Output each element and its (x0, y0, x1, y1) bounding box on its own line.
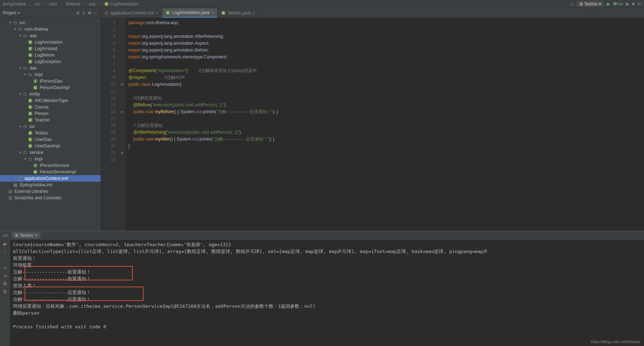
console-output[interactable]: Course{courseName='数学', courseHour=2, te… (10, 240, 644, 346)
tree-item[interactable]: CPersonDaoImpl (0, 84, 101, 91)
expand-all-icon[interactable]: ≑ (82, 10, 86, 15)
close-icon[interactable]: × (211, 11, 214, 15)
tree-item[interactable]: CAllCollectionType (0, 97, 101, 104)
tree-item[interactable]: ▼🗀com.itheima (0, 26, 101, 32)
tree-item[interactable]: ▼🗀aop (0, 32, 101, 39)
tree-item[interactable]: ▤Scratches and Consoles (0, 195, 101, 201)
tree-item[interactable]: ▼🗀service (0, 149, 101, 156)
tree-item[interactable]: ▼🗀entity (0, 91, 101, 97)
project-tree[interactable]: ▼🗀src▼🗀com.itheima▼🗀aopCLogAnnotationCLo… (0, 18, 101, 231)
editor-tab[interactable]: ⟨⟩applicationContext.xml× (101, 8, 162, 18)
tree-item[interactable]: ▼🗀dao (0, 65, 101, 71)
tree-item[interactable]: IIPersonDao (0, 78, 101, 84)
rerun-icon[interactable]: ▶ (2, 241, 8, 247)
project-panel: Project ▾ ⊕ ≑ ✱ — ▼🗀src▼🗀com.itheima▼🗀ao… (0, 8, 101, 231)
editor-tabs: ⟨⟩applicationContext.xml×CLogAnnotation.… (101, 8, 644, 18)
soft-wrap-icon[interactable]: ≡ (2, 265, 8, 271)
tree-item[interactable]: ▼🗀ioc (0, 123, 101, 130)
tree-item[interactable]: CLogArround (0, 45, 101, 52)
tree-item[interactable]: ▥External Libraries (0, 188, 101, 195)
bc-2[interactable]: com (49, 1, 57, 6)
tree-item[interactable]: CLogAnnotation (0, 39, 101, 45)
tree-item[interactable]: ⟨⟩applicationContext.xml (0, 175, 101, 182)
tree-item[interactable]: ▼🗀impl (0, 71, 101, 78)
run-label: un: (3, 233, 9, 238)
bc-4[interactable]: aop (88, 1, 96, 6)
tree-item[interactable]: CUserDao (0, 136, 101, 143)
stop-button[interactable]: ■ (632, 1, 635, 6)
tree-item[interactable]: ▦SpringAsIdea.iml (0, 182, 101, 188)
close-icon[interactable]: × (253, 11, 255, 15)
select-opened-icon[interactable]: ⊕ (76, 10, 80, 15)
code-editor[interactable]: package com.itheima.aop; import org.aspe… (126, 18, 644, 231)
bc-1[interactable]: src (35, 1, 40, 6)
highlight-box-2 (25, 287, 144, 301)
tree-item[interactable]: CPerson (0, 110, 101, 117)
run-tab[interactable]: ⊕ TestIoc × (12, 232, 40, 239)
print-icon[interactable]: 🖶 (2, 281, 8, 287)
stop-icon[interactable]: ↑ (2, 249, 8, 255)
hide-icon[interactable]: — (93, 10, 98, 15)
class-icon: C (104, 2, 109, 6)
tree-item[interactable]: CPersonServiceImpl (0, 169, 101, 175)
run-coverage-button[interactable]: ▶ (626, 1, 629, 6)
trash-icon[interactable]: 🗑 (2, 289, 8, 294)
line-gutter: 123456789101112131417181920212324 (101, 18, 118, 231)
editor-tab[interactable]: CLogAnnotation.java× (162, 8, 218, 18)
debug-button[interactable]: �ixe (613, 1, 623, 6)
tree-item[interactable]: IIPersonService (0, 162, 101, 169)
editor-area: ⟨⟩applicationContext.xml×CLogAnnotation.… (101, 8, 644, 231)
tree-item[interactable]: ▼🗀src (0, 19, 101, 26)
tree-item[interactable]: CTestIoc (0, 130, 101, 136)
run-config-dropdown[interactable]: ⊕ TestIoc ▾ (577, 1, 604, 7)
bc-0[interactable]: pringAsIdea (3, 1, 26, 6)
tree-item[interactable]: CTeacher (0, 117, 101, 123)
tree-item[interactable]: CLogException (0, 58, 101, 65)
down-icon[interactable]: ↓ (2, 257, 8, 263)
project-title[interactable]: Project (3, 10, 16, 15)
sync-icon[interactable]: ↙ (570, 1, 574, 6)
tree-item[interactable]: CLogBefore (0, 52, 101, 58)
close-icon[interactable]: × (156, 11, 158, 15)
scroll-icon[interactable]: ⇲ (2, 273, 8, 279)
breadcrumb: pringAsIdea〉 src〉 com〉 itheima〉 aop〉 C L… (0, 0, 644, 8)
collapse-icon[interactable]: ✱ (88, 10, 91, 15)
tree-item[interactable]: CUserDaoImpl (0, 143, 101, 149)
tree-item[interactable]: ▼🗀impl (0, 156, 101, 162)
highlight-box-1 (25, 266, 133, 280)
gutter-icons: ⊕●● (118, 18, 126, 231)
tree-item[interactable]: CCourse (0, 104, 101, 110)
bc-5[interactable]: LogAnnotation (110, 1, 138, 6)
footer-link: https://blog.csdn.net/nbcsdn (591, 340, 640, 344)
more-button[interactable]: ⟳ (638, 1, 641, 6)
editor-tab[interactable]: CTestIoc.java× (218, 8, 259, 18)
bc-3[interactable]: itheima (66, 1, 80, 6)
run-button[interactable]: ▶ (607, 1, 610, 6)
run-panel: un: ⊕ TestIoc × ▶ ↑ ↓ ≡ ⇲ 🖶 🗑 Course{cou… (0, 231, 644, 346)
